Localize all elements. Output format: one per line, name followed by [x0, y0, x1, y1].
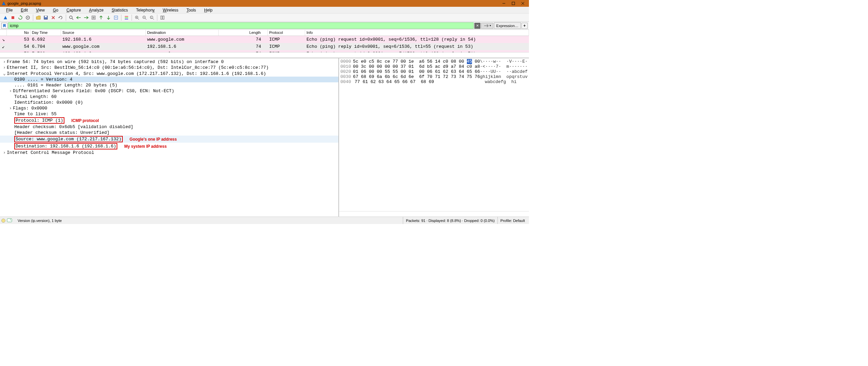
- apply-filter-button[interactable]: ▾: [481, 23, 493, 29]
- zoom-in-icon[interactable]: [134, 14, 140, 21]
- reload-icon[interactable]: [57, 14, 64, 21]
- start-capture-icon[interactable]: [2, 14, 9, 21]
- detail-ip-header[interactable]: ⌄Internet Protocol Version 4, Src: www.g…: [0, 70, 338, 77]
- svg-text:1: 1: [151, 16, 152, 19]
- hex-row[interactable]: 004077 61 62 63 64 65 66 67 68 69wabcdef…: [340, 79, 528, 84]
- menu-wireless[interactable]: Wireless: [159, 7, 182, 13]
- hex-row[interactable]: 002001 06 00 00 55 55 00 01 00 06 61 62 …: [340, 69, 528, 74]
- menu-capture[interactable]: Capture: [63, 7, 84, 13]
- clear-filter-icon[interactable]: ✕: [474, 23, 480, 29]
- hex-row[interactable]: 003067 68 69 6a 6b 6c 6d 6e 6f 70 71 72 …: [340, 74, 528, 79]
- go-forward-icon[interactable]: [83, 14, 90, 21]
- svg-rect-18: [125, 16, 128, 17]
- filter-bookmark-icon[interactable]: [1, 23, 7, 29]
- detail-ip-flags[interactable]: ›Flags: 0x0000: [0, 105, 338, 111]
- detail-ip-source[interactable]: Source: www.google.com (172.217.167.132)…: [0, 136, 338, 143]
- expression-button[interactable]: Expression…: [494, 22, 521, 29]
- column-header-source[interactable]: Source: [61, 30, 146, 36]
- go-first-icon[interactable]: [98, 14, 104, 21]
- detail-ip-hlen[interactable]: .... 0101 = Header Length: 20 bytes (5): [0, 82, 338, 88]
- zoom-reset-icon[interactable]: 1: [149, 14, 155, 21]
- zoom-out-icon[interactable]: [141, 14, 148, 21]
- related-packet-icon: ↙: [0, 44, 7, 49]
- hex-row[interactable]: 00005c e0 c5 8c ce 77 00 1e a6 56 14 c0 …: [340, 59, 528, 64]
- detail-ip-checksum-status[interactable]: [Header checksum status: Unverified]: [0, 130, 338, 136]
- detail-ip-version[interactable]: 0100 .... = Version: 4: [0, 77, 338, 82]
- packet-list-header: No Day Time Source Destination Length Pr…: [0, 30, 529, 36]
- auto-scroll-icon[interactable]: [113, 14, 119, 21]
- svg-point-6: [27, 17, 28, 18]
- detail-icmp[interactable]: ›Internet Control Message Protocol: [0, 150, 338, 156]
- menu-tools[interactable]: Tools: [183, 7, 199, 13]
- annotation-source: Google's one IP address: [130, 137, 177, 142]
- edit-capture-comment-icon[interactable]: [7, 218, 12, 223]
- collapse-icon[interactable]: ⌄: [2, 71, 7, 76]
- packet-bytes-pane[interactable]: 00005c e0 c5 8c ce 77 00 1e a6 56 14 c0 …: [339, 58, 529, 211]
- detail-ip-ident[interactable]: Identification: 0x0000 (0): [0, 100, 338, 105]
- expert-info-led-icon[interactable]: [1, 219, 5, 223]
- svg-line-26: [145, 18, 146, 20]
- detail-ip-ttl[interactable]: Time to live: 55: [0, 111, 338, 117]
- open-file-icon[interactable]: [35, 14, 42, 21]
- menu-telephony[interactable]: Telephony: [133, 7, 158, 13]
- status-bar: Version (ip.version), 1 byte Packets: 91…: [0, 217, 529, 224]
- maximize-button[interactable]: [509, 0, 518, 7]
- column-header-protocol[interactable]: Protocol: [268, 30, 305, 36]
- packet-row[interactable]: ↘ 53 6.692 192.168.1.6 www.google.com 74…: [0, 36, 529, 43]
- packet-row[interactable]: 70 7.700 192.168.1.6 www.google.com 74 I…: [0, 50, 529, 52]
- go-back-icon[interactable]: [75, 14, 82, 21]
- detail-ip-destination[interactable]: Destination: 192.168.1.6 (192.168.1.6)My…: [0, 143, 338, 150]
- expand-icon[interactable]: ›: [8, 88, 13, 94]
- expand-icon[interactable]: ›: [2, 65, 7, 70]
- colorize-icon[interactable]: [123, 14, 130, 21]
- detail-ip-protocol[interactable]: Protocol: ICMP (1)ICMP protocol: [0, 117, 338, 124]
- detail-ip-dsf[interactable]: ›Differentiated Services Field: 0x00 (DS…: [0, 88, 338, 94]
- detail-frame[interactable]: ›Frame 54: 74 bytes on wire (592 bits), …: [0, 59, 338, 65]
- column-header-info[interactable]: Info: [305, 30, 529, 36]
- packet-list-hscroll[interactable]: [0, 52, 529, 58]
- stop-capture-icon[interactable]: [9, 14, 16, 21]
- display-filter-input[interactable]: [8, 22, 474, 29]
- display-filter-bar: ✕ ▾ Expression… +: [0, 22, 529, 30]
- menu-analyze[interactable]: Analyze: [86, 7, 107, 13]
- packet-list-body[interactable]: ↘ 53 6.692 192.168.1.6 www.google.com 74…: [0, 36, 529, 52]
- column-header-time[interactable]: Day Time: [31, 30, 61, 36]
- close-button[interactable]: [518, 0, 528, 7]
- svg-rect-31: [161, 16, 162, 19]
- hex-row[interactable]: 001000 3c 00 00 00 00 37 01 6d b5 ac d9 …: [340, 64, 528, 69]
- menu-view[interactable]: View: [33, 7, 48, 13]
- detail-ip-checksum[interactable]: Header checksum: 0x6db5 [validation disa…: [0, 124, 338, 130]
- close-file-icon[interactable]: [50, 14, 57, 21]
- expand-icon[interactable]: ›: [2, 59, 7, 64]
- detail-ethernet[interactable]: ›Ethernet II, Src: BestItWo_56:14:c0 (00…: [0, 65, 338, 70]
- expand-icon[interactable]: ›: [8, 106, 13, 111]
- svg-line-12: [72, 18, 73, 20]
- minimize-button[interactable]: [499, 0, 509, 7]
- hex-pane-hscroll[interactable]: [339, 211, 529, 217]
- menu-help[interactable]: Help: [201, 7, 216, 13]
- packet-list-pane: No Day Time Source Destination Length Pr…: [0, 30, 529, 58]
- svg-rect-4: [12, 16, 14, 19]
- expand-icon[interactable]: ›: [2, 150, 7, 155]
- column-header-destination[interactable]: Destination: [146, 30, 219, 36]
- save-file-icon[interactable]: [42, 14, 49, 21]
- packet-details-pane[interactable]: ›Frame 54: 74 bytes on wire (592 bits), …: [0, 58, 339, 217]
- status-profile[interactable]: Profile: Default: [498, 217, 528, 224]
- packet-row[interactable]: ↙ 54 6.704 www.google.com 192.168.1.6 74…: [0, 43, 529, 50]
- capture-options-icon[interactable]: [24, 14, 31, 21]
- menu-edit[interactable]: Edit: [17, 7, 31, 13]
- detail-ip-totlen[interactable]: Total Length: 60: [0, 94, 338, 100]
- restart-capture-icon[interactable]: [17, 14, 24, 21]
- column-header-length[interactable]: Length: [219, 30, 268, 36]
- add-filter-button[interactable]: +: [521, 23, 528, 29]
- menu-statistics[interactable]: Statistics: [108, 7, 131, 13]
- column-header-no[interactable]: No: [7, 30, 31, 36]
- menu-file[interactable]: File: [3, 7, 16, 13]
- status-field-info: Version (ip.version), 1 byte: [15, 217, 403, 224]
- menu-go[interactable]: Go: [50, 7, 62, 13]
- resize-columns-icon[interactable]: [159, 14, 166, 21]
- find-packet-icon[interactable]: [68, 14, 75, 21]
- menu-bar: File Edit View Go Capture Analyze Statis…: [0, 7, 529, 14]
- go-to-packet-icon[interactable]: [90, 14, 97, 21]
- go-last-icon[interactable]: [105, 14, 112, 21]
